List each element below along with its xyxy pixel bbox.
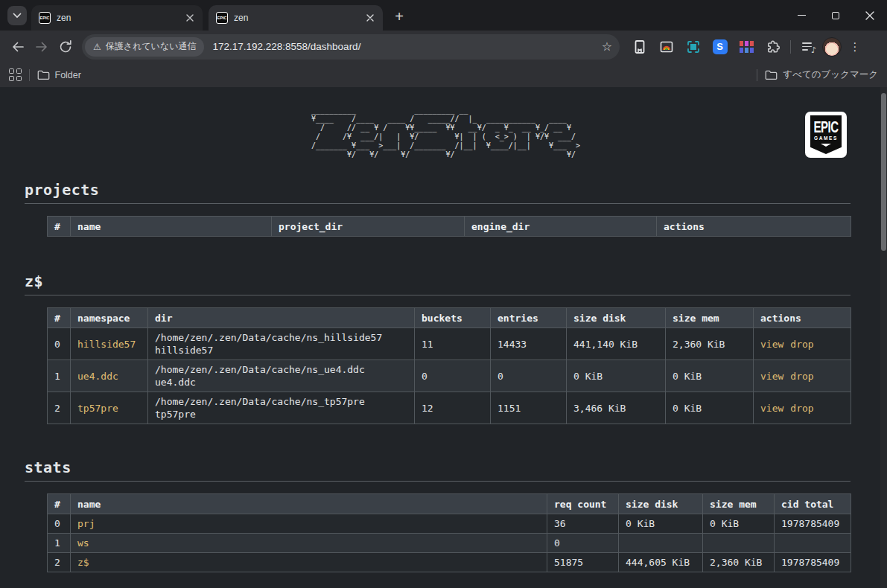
table-row: 0 hillside57 /home/zen/.zen/Data/cache/n…: [48, 328, 851, 360]
tab-close-icon[interactable]: [183, 11, 197, 25]
tab-title: zen: [57, 13, 183, 23]
drop-link[interactable]: drop: [790, 371, 813, 382]
table-row: 1 ue4.ddc /home/zen/.zen/Data/cache/ns_u…: [48, 360, 851, 392]
view-link[interactable]: view: [760, 339, 783, 350]
scrollbar-thumb[interactable]: [881, 93, 886, 251]
dir-cell: /home/zen/.zen/Data/cache/ns_tp57pre tp5…: [148, 392, 415, 424]
size-mem-cell: 0 KiB: [666, 392, 754, 424]
bookmarks-separator: [29, 69, 30, 81]
all-bookmarks[interactable]: すべてのブックマーク: [749, 68, 878, 81]
url-text[interactable]: 172.17.192.228:8558/dashboard/: [212, 41, 360, 52]
row-index: 2: [48, 553, 71, 572]
new-tab-button[interactable]: +: [389, 6, 410, 27]
epic-chevron-icon: [821, 144, 831, 147]
apps-grid-icon[interactable]: [9, 68, 22, 81]
column-header: project_dir: [272, 217, 465, 237]
tab-strip: EPIC zen EPIC zen +: [0, 0, 887, 31]
tab-search-button[interactable]: [7, 6, 27, 25]
tab-zen-1[interactable]: EPIC zen: [31, 5, 203, 31]
bookmark-folder[interactable]: Folder: [37, 69, 81, 80]
reload-button[interactable]: [54, 35, 77, 59]
entries-cell: 0: [491, 360, 567, 392]
cid-total-cell: 1978785409: [775, 553, 851, 572]
req-count-cell: 0: [547, 534, 619, 553]
maximize-button[interactable]: [818, 0, 853, 31]
reload-icon: [58, 39, 73, 54]
extensions-puzzle-icon[interactable]: [761, 35, 786, 59]
extension-book-icon[interactable]: [627, 35, 652, 59]
epic-games-logo: EPIC GAMES: [805, 112, 847, 158]
column-header: cid total: [775, 494, 851, 514]
section-title: z$: [25, 272, 887, 290]
back-button[interactable]: [6, 35, 30, 59]
column-header: size disk: [619, 494, 703, 514]
minimize-button[interactable]: [784, 0, 818, 31]
zenstore-ascii-logo: __________ _________ __ ¥____ /____ ____…: [307, 106, 580, 159]
section-rule: [25, 481, 851, 482]
close-icon: [865, 11, 874, 20]
forward-button[interactable]: [30, 35, 54, 59]
buckets-cell: 0: [415, 360, 491, 392]
projects-table: # name project_dir engine_dir actions: [47, 216, 851, 237]
req-count-cell: 51875: [547, 553, 619, 572]
view-link[interactable]: view: [760, 403, 783, 414]
section-zdollar: z$ # namespace dir buckets entries size …: [0, 272, 887, 424]
row-index: 2: [48, 392, 71, 424]
column-header: actions: [754, 308, 851, 328]
column-header: size mem: [703, 494, 775, 514]
close-button[interactable]: [853, 0, 887, 31]
column-header: size disk: [567, 308, 666, 328]
security-chip[interactable]: ⚠ 保護されていない通信: [85, 37, 204, 57]
size-disk-cell: 0 KiB: [567, 360, 666, 392]
size-disk-cell: 0 KiB: [619, 514, 703, 534]
address-bar[interactable]: ⚠ 保護されていない通信 172.17.192.228:8558/dashboa…: [82, 34, 620, 60]
column-header: #: [48, 494, 71, 514]
back-icon: [10, 39, 25, 54]
column-header: entries: [491, 308, 567, 328]
stat-name-cell: prj: [71, 514, 547, 534]
maximize-icon: [832, 12, 839, 19]
bookmark-star-icon[interactable]: ☆: [602, 41, 612, 53]
extension-rainbow-window-icon[interactable]: [654, 35, 678, 59]
req-count-cell: 36: [547, 514, 619, 534]
table-row: 0 prj 36 0 KiB 0 KiB 1978785409: [48, 514, 851, 534]
namespace-cell: ue4.ddc: [71, 360, 148, 392]
row-index: 1: [48, 534, 71, 553]
warning-icon: ⚠: [93, 42, 101, 52]
cid-total-cell: [775, 534, 851, 553]
tab-zen-2-active[interactable]: EPIC zen: [209, 5, 383, 31]
view-link[interactable]: view: [760, 371, 783, 382]
music-note-icon: ♪: [811, 45, 816, 55]
table-header-row: # namespace dir buckets entries size dis…: [48, 308, 851, 328]
extension-s-icon[interactable]: S: [708, 35, 732, 59]
folder-icon: [37, 69, 50, 80]
size-mem-cell: 0 KiB: [666, 360, 754, 392]
column-header: req count: [547, 494, 619, 514]
tab-title: zen: [234, 13, 363, 23]
minimize-icon: [798, 15, 806, 16]
tab-close-icon[interactable]: [363, 11, 377, 25]
drop-link[interactable]: drop: [790, 403, 813, 414]
profile-avatar[interactable]: [822, 37, 842, 57]
entries-cell: 1151: [491, 392, 567, 424]
bookmark-folder-label: Folder: [55, 70, 81, 80]
size-disk-cell: 441,140 KiB: [567, 328, 666, 360]
media-controls-button[interactable]: ♪: [795, 35, 819, 59]
row-index: 1: [48, 360, 71, 392]
browser-menu-button[interactable]: ⋮: [845, 35, 865, 59]
chevron-down-icon: [13, 13, 22, 19]
buckets-cell: 12: [415, 392, 491, 424]
cid-total-cell: 1978785409: [775, 514, 851, 534]
extension-capture-icon[interactable]: [681, 35, 705, 59]
drop-link[interactable]: drop: [790, 339, 813, 350]
folder-icon: [765, 69, 778, 80]
stat-name-cell: ws: [71, 534, 547, 553]
toolbar: ⚠ 保護されていない通信 172.17.192.228:8558/dashboa…: [0, 31, 887, 63]
dir-cell: /home/zen/.zen/Data/cache/ns_ue4.ddc ue4…: [148, 360, 415, 392]
bookmarks-bar: Folder すべてのブックマーク: [0, 63, 887, 87]
page-scrollbar[interactable]: [880, 87, 887, 588]
stats-table: # name req count size disk size mem cid …: [47, 493, 851, 572]
section-title: projects: [25, 181, 887, 199]
extension-piano-icon[interactable]: [734, 35, 759, 59]
dir-cell: /home/zen/.zen/Data/cache/ns_hillside57 …: [148, 328, 415, 360]
